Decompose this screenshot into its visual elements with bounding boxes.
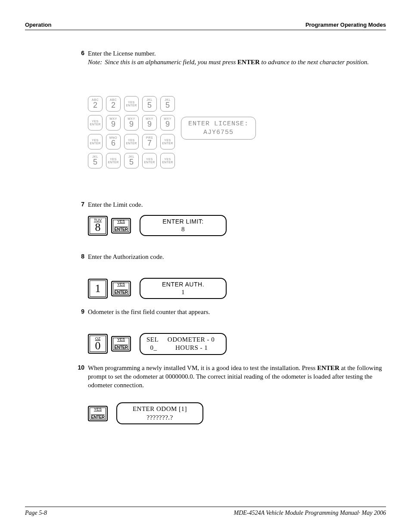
key-5: JKL5 <box>160 96 175 112</box>
content: 6 Enter the License number. Note: Since … <box>25 30 386 424</box>
figure-step-8: 1 YES ENTER ENTER AUTH. 1 <box>88 278 386 299</box>
figure-step-7: TUV 8 YES ENTER ENTER LIMIT: 8 <box>88 215 386 236</box>
key-group-9: OZ 0 YES ENTER <box>88 334 131 354</box>
note-label: Note: <box>88 58 105 66</box>
step-6-note: Note: Since this is an alphanumeric fiel… <box>88 58 386 66</box>
step-6: 6 Enter the License number. Note: Since … <box>73 49 386 67</box>
display-enter-odom: ENTER ODOM [1] ???????.? <box>116 402 203 424</box>
page: Operation Programmer Operating Modes 6 E… <box>0 0 411 532</box>
key-0: OZ 0 <box>88 334 108 354</box>
key-enter: YESENTER <box>124 96 139 112</box>
key-enter: YES ENTER <box>111 336 131 352</box>
key-enter: YESENTER <box>88 134 103 149</box>
step-9-num: 9 <box>73 308 88 316</box>
key-row: YESENTERWXY9WXY9WXY9WXY9 <box>88 115 175 131</box>
key-8: TUV 8 <box>88 216 108 236</box>
key-2: ABC2 <box>106 96 121 112</box>
display-odometer-sel: SEL ODOMETER - 0 0_ HOURS - 1 <box>140 333 227 355</box>
key-9: WXY9 <box>124 115 139 131</box>
step-6-body: Enter the License number. Note: Since th… <box>88 49 386 67</box>
key-9: WXY9 <box>160 115 175 131</box>
key-9: WXY9 <box>106 115 121 131</box>
key-5: JKL5 <box>124 153 139 168</box>
step-10: 10 When programming a newly installed VM… <box>73 364 386 390</box>
header-right: Programmer Operating Modes <box>305 22 386 28</box>
key-enter: YES ENTER <box>88 406 108 421</box>
key-5: JKL5 <box>142 96 157 112</box>
key-enter: YESENTER <box>142 153 157 168</box>
key-enter: YESENTER <box>160 153 175 168</box>
key-enter: YESENTER <box>124 134 139 149</box>
page-header: Operation Programmer Operating Modes <box>25 22 386 30</box>
key-enter: YESENTER <box>160 134 175 149</box>
key-enter: YESENTER <box>88 115 103 131</box>
step-8: 8 Enter the Authorization code. <box>73 252 386 261</box>
step-7-num: 7 <box>73 200 88 209</box>
step-10-text: When programming a newly installed VM, i… <box>88 364 386 390</box>
key-6: MNO6 <box>106 134 121 149</box>
footer-left: Page 5-8 <box>25 510 47 516</box>
figure-step-9: OZ 0 YES ENTER SEL ODOMETER - 0 0_ HOURS… <box>88 333 386 355</box>
step-7: 7 Enter the Limit code. <box>73 200 386 209</box>
key-2: ABC2 <box>88 96 103 112</box>
key-group-10: YES ENTER <box>88 406 108 421</box>
key-enter: YES ENTER <box>111 281 131 296</box>
keypad-grid: ABC2ABC2YESENTERJKL5JKL5YESENTERWXY9WXY9… <box>88 96 175 168</box>
key-group-8: 1 YES ENTER <box>88 279 131 299</box>
step-8-text: Enter the Authorization code. <box>88 252 386 261</box>
display-limit: ENTER LIMIT: 8 <box>140 215 227 236</box>
step-9-text: Odometer is the first field counter that… <box>88 308 386 316</box>
key-row: ABC2ABC2YESENTERJKL5JKL5 <box>88 96 175 112</box>
page-footer: Page 5-8 MDE-4524A Vehicle Module Progra… <box>25 507 386 516</box>
key-5: JKL5 <box>88 153 103 168</box>
key-1: 1 <box>88 279 108 299</box>
key-row: JKL5YESENTERJKL5YESENTERYESENTER <box>88 153 175 168</box>
key-9: WXY9 <box>142 115 157 131</box>
key-row: YESENTERMNO6YESENTERPRS7YESENTER <box>88 134 175 149</box>
key-group-7: TUV 8 YES ENTER <box>88 216 131 236</box>
key-enter: YESENTER <box>106 153 121 168</box>
step-9: 9 Odometer is the first field counter th… <box>73 308 386 316</box>
figure-step-6: ABC2ABC2YESENTERJKL5JKL5YESENTERWXY9WXY9… <box>88 96 386 168</box>
figure-step-10: YES ENTER ENTER ODOM [1] ???????.? <box>88 402 386 424</box>
step-6-num: 6 <box>73 49 88 67</box>
footer-right: MDE-4524A Vehicle Module Programming Man… <box>234 510 386 516</box>
key-enter: YES ENTER <box>111 218 131 233</box>
step-7-text: Enter the Limit code. <box>88 200 386 209</box>
step-8-num: 8 <box>73 252 88 261</box>
note-text: Since this is an alphanumeric field, you… <box>105 58 369 66</box>
header-left: Operation <box>25 22 51 28</box>
key-7: PRS7 <box>142 134 157 149</box>
step-10-num: 10 <box>73 364 88 390</box>
display-auth: ENTER AUTH. 1 <box>140 278 227 299</box>
step-6-text: Enter the License number. <box>88 50 156 57</box>
display-license: ENTER LICENSE: AJY6755 <box>181 117 256 140</box>
